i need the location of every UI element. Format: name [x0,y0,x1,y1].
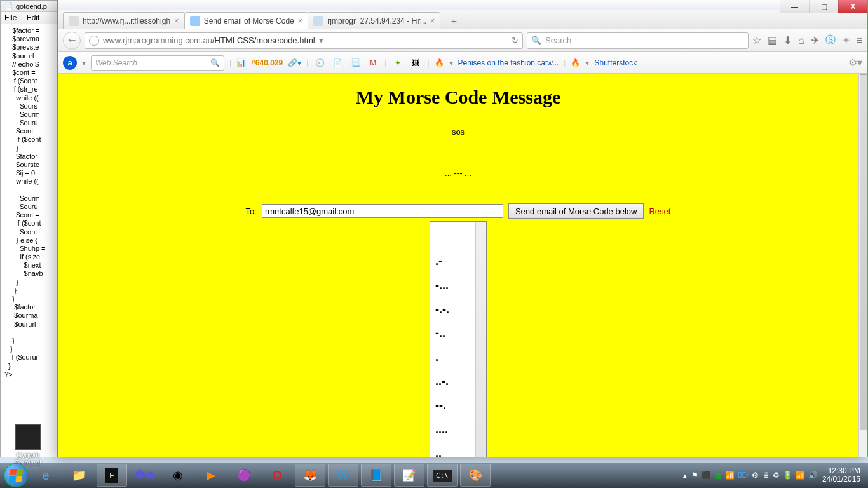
alexa-icon[interactable]: a [63,56,77,70]
email-field[interactable] [262,204,503,218]
morse-output-box[interactable]: .- -... -.-. -.. . ..-. --. .... .. [430,221,487,457]
tab-1[interactable]: http://www.rj...itfliessohigh × [63,12,185,29]
close-button[interactable]: X [838,0,867,13]
wayback-icon[interactable]: 🕘 [313,57,326,69]
page-icon[interactable]: 📄 [331,57,344,69]
dropdown-icon[interactable]: ▾ [82,58,86,67]
home-icon[interactable]: ⌂ [798,35,804,46]
page-content: My Morse Code Message sos ... --- ... To… [58,74,858,457]
hot-link-1[interactable]: Penises on the fashion catw... [458,58,559,67]
photo-icon[interactable]: 🖼 [409,57,422,69]
tray-icon[interactable]: ▥ [714,471,721,480]
library-icon[interactable]: ▤ [768,34,777,46]
send-icon[interactable]: ✈ [811,34,819,46]
network-icon[interactable]: 📶 [796,471,805,480]
battery-icon[interactable]: 🔋 [783,471,792,480]
taskbar-ie[interactable]: e [31,464,61,487]
tray-icon[interactable]: ⚑ [691,471,698,480]
browser-search-bar[interactable]: 🔍 Search [527,32,749,49]
volume-icon[interactable]: 🔊 [808,471,818,480]
page-scroll-thumb[interactable] [860,74,867,430]
firefox-window: — ▢ X http://www.rj...itfliessohigh × Se… [57,0,868,458]
star-icon[interactable]: ✦ [391,57,404,69]
tab-close-icon[interactable]: × [298,16,303,25]
page-viewport: My Morse Code Message sos ... --- ... To… [58,74,858,457]
favicon-icon [69,16,79,26]
tray-icon[interactable]: 🖥 [762,471,770,480]
terminal-icon [15,424,41,450]
tab-2[interactable]: Send email of Morse Code × [184,12,309,29]
flame-icon: 🔥 [571,58,580,67]
menu-file[interactable]: File [4,13,17,22]
hamburger-menu-icon[interactable]: ≡ [857,35,862,46]
downloads-icon[interactable]: ⬇ [783,34,792,46]
tray-icon[interactable]: ⚙ [752,471,759,480]
morse-inline: ... --- ... [58,168,858,178]
globe-icon [89,36,99,46]
taskbar-chrome[interactable]: ◉ [163,464,193,487]
page2-icon[interactable]: 📃 [349,57,362,69]
window-titlebar[interactable]: — ▢ X [58,0,867,10]
taskbar-opera[interactable]: O [262,464,292,487]
page-heading: My Morse Code Message [58,86,858,108]
tray-icons[interactable]: ⚑ ⬛ ▥ 📶 ⌦ ⚙ 🖥 ♻ 🔋 📶 🔊 [691,471,818,480]
toolbar-search-placeholder: Web Search [95,58,137,67]
tray-icon[interactable]: 📶 [725,471,735,480]
favicon-icon [313,16,323,26]
scrollbar-thumb[interactable] [477,222,485,235]
reload-icon[interactable]: ↻ [512,36,519,45]
gear-icon[interactable]: ⚙▾ [848,57,862,69]
clock[interactable]: 12:30 PM 24/01/2015 [822,467,860,484]
divider: | [427,58,429,67]
tray-icon[interactable]: ♻ [773,471,780,480]
new-tab-button[interactable]: + [445,15,463,29]
taskbar-explorer[interactable]: 📁 [64,464,94,487]
send-button[interactable]: Send email of Morse Code below [508,203,644,219]
dropdown-icon[interactable]: ▾ [449,58,453,67]
tray-up-icon[interactable]: ▴ [683,471,687,480]
clock-date: 24/01/2015 [822,475,860,484]
address-bar[interactable]: www.rjmprogramming.com.au/HTMLCSS/morsec… [85,32,523,49]
skype-icon[interactable]: Ⓢ [825,34,836,47]
desktop-icon-cygwin[interactable]: Cygwin Terminal [9,424,47,466]
flame-icon: 🔥 [435,58,444,67]
tray-icon[interactable]: ⬛ [702,471,711,480]
tab-label: rjmprogr_27.54.94.234 - Fir... [327,17,426,25]
rank-icon: 📊 [236,58,246,67]
tab-3[interactable]: rjmprogr_27.54.94.234 - Fir... × [308,12,440,29]
taskbar-media[interactable]: ▶ [196,464,226,487]
page-scrollbar[interactable] [858,74,867,457]
taskbar-app2[interactable]: 📘 [361,464,391,487]
taskbar-skype[interactable]: Ⓢ [328,464,358,487]
toolbar-search[interactable]: Web Search 🔍 [91,55,224,71]
tab-strip: http://www.rj...itfliessohigh × Send ema… [58,10,867,29]
menu-edit[interactable]: Edit [27,13,40,22]
addon-icon[interactable]: ✦ [842,34,850,46]
taskbar-eclipse[interactable]: �◉ [130,464,160,487]
dropdown-icon[interactable]: ▾ [585,58,589,67]
search-icon[interactable]: 🔍 [210,58,220,67]
tab-label: http://www.rj...itfliessohigh [83,17,170,25]
bookmark-star-icon[interactable]: ☆ [752,34,761,46]
back-button[interactable]: ← [63,32,81,50]
tab-close-icon[interactable]: × [430,16,435,25]
taskbar-terminal[interactable]: E [97,464,127,487]
nav-icons: ☆ ▤ ⬇ ⌂ ✈ Ⓢ ✦ ≡ [752,34,862,47]
divider: | [384,58,386,67]
bluetooth-icon[interactable]: ⌦ [738,471,749,480]
gmail-icon[interactable]: M [367,57,379,69]
dropdown-icon[interactable]: ▾ [319,36,323,45]
link-icon[interactable]: 🔗▾ [288,58,301,67]
tab-close-icon[interactable]: × [174,16,179,25]
hot-link-2[interactable]: Shutterstock [594,58,637,67]
taskbar-app[interactable]: 🟣 [229,464,259,487]
taskbar-firefox[interactable]: 🦊 [295,464,325,487]
taskbar-cmd[interactable]: C:\ [427,464,458,487]
maximize-button[interactable]: ▢ [809,0,838,13]
divider: | [564,58,566,67]
taskbar-notepad[interactable]: 📝 [394,464,424,487]
taskbar-paint[interactable]: 🎨 [460,464,491,487]
minimize-button[interactable]: — [780,0,809,13]
start-button[interactable] [4,463,28,487]
reset-link[interactable]: Reset [649,207,670,216]
